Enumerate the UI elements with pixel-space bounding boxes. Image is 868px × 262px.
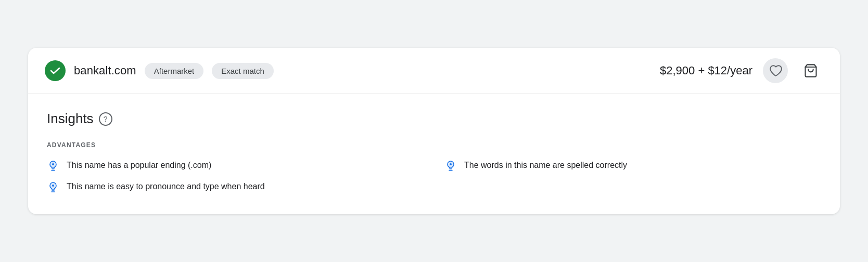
advantages-label: ADVANTAGES [47, 141, 821, 149]
advantage-item: The words in this name are spelled corre… [444, 159, 821, 172]
insights-section: Insights ? ADVANTAGES This name has a po… [28, 94, 840, 214]
header-left: bankalt.com Aftermarket Exact match [45, 60, 660, 81]
domain-name: bankalt.com [74, 64, 136, 77]
insights-title: Insights [47, 111, 94, 127]
advantages-right: The words in this name are spelled corre… [434, 159, 821, 193]
svg-point-4 [52, 185, 54, 187]
exact-match-badge[interactable]: Exact match [212, 63, 274, 79]
bulb-icon [47, 181, 59, 193]
svg-point-6 [450, 163, 452, 165]
bulb-icon [47, 160, 59, 172]
advantage-text: This name is easy to pronounce and type … [67, 180, 265, 193]
advantage-text: This name has a popular ending (.com) [67, 159, 211, 172]
heart-icon [769, 64, 782, 77]
availability-check-icon [45, 60, 66, 81]
advantages-grid: This name has a popular ending (.com) Th… [47, 159, 821, 193]
aftermarket-badge[interactable]: Aftermarket [145, 63, 204, 79]
header-right: $2,900 + $12/year [660, 58, 823, 83]
insights-title-row: Insights ? [47, 111, 821, 127]
domain-card: bankalt.com Aftermarket Exact match $2,9… [28, 48, 840, 214]
price-label: $2,900 + $12/year [660, 64, 752, 77]
card-header: bankalt.com Aftermarket Exact match $2,9… [28, 48, 840, 94]
bulb-icon [444, 160, 457, 172]
svg-point-2 [52, 163, 54, 165]
help-icon-label: ? [104, 115, 108, 123]
advantage-item: This name is easy to pronounce and type … [47, 180, 434, 193]
wishlist-button[interactable] [763, 58, 788, 83]
cart-icon [803, 63, 818, 78]
advantage-text: The words in this name are spelled corre… [464, 159, 627, 172]
cart-button[interactable] [798, 58, 823, 83]
help-icon[interactable]: ? [99, 112, 112, 126]
advantage-item: This name has a popular ending (.com) [47, 159, 434, 172]
advantages-left: This name has a popular ending (.com) Th… [47, 159, 434, 193]
